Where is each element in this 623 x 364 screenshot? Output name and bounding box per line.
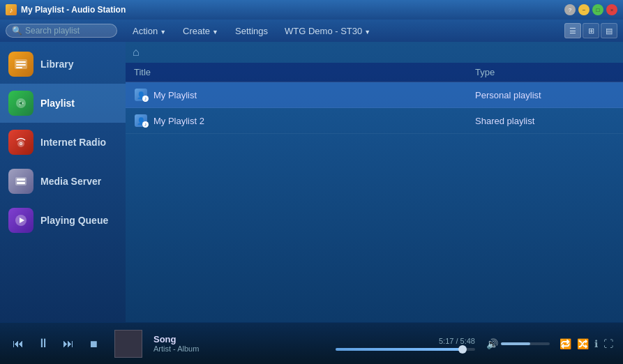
playlist-type-icon: 👤: [135, 89, 147, 101]
progress-fill: [336, 348, 463, 351]
menubar: 🔍 Action▼ Create▼ Settings WTG Demo - ST…: [0, 20, 623, 42]
pause-button[interactable]: ⏸: [33, 334, 53, 354]
playlist-row-icon: 👤: [134, 88, 148, 102]
svg-rect-10: [15, 177, 27, 185]
mediaserver-icon: [8, 169, 33, 194]
player: ⏮ ⏸ ⏭ ⏹ Song Artist - Album 5:17 / 5:48 …: [0, 322, 623, 364]
song-title: Song: [153, 334, 237, 344]
svg-rect-2: [16, 64, 26, 66]
grid-view-button[interactable]: ⊞: [583, 23, 599, 38]
sidebar-item-library[interactable]: Library: [0, 45, 126, 84]
playqueue-icon: [8, 208, 33, 233]
titlebar-left: ♪ My Playlist - Audio Station: [6, 4, 126, 15]
repeat-button[interactable]: 🔁: [558, 337, 573, 351]
svg-rect-1: [16, 61, 26, 63]
library-label: Library: [40, 59, 73, 70]
playqueue-label: Playing Queue: [40, 215, 108, 226]
volume-fill: [501, 342, 530, 345]
svg-point-6: [20, 102, 22, 105]
volume-icon[interactable]: 🔊: [486, 338, 498, 349]
row-type: Shared playlist: [475, 116, 615, 126]
minimize-button[interactable]: −: [578, 4, 590, 15]
search-box[interactable]: 🔍: [6, 24, 117, 38]
sidebar-item-internet-radio[interactable]: Internet Radio: [0, 123, 126, 162]
progress-thumb: [458, 345, 467, 354]
create-menu[interactable]: Create▼: [176, 23, 225, 39]
row-type: Personal playlist: [475, 90, 615, 100]
col-type-header: Type: [475, 67, 615, 77]
volume-bar[interactable]: [501, 342, 550, 345]
list-view-button[interactable]: ☰: [564, 23, 581, 38]
sidebar-item-media-server[interactable]: Media Server: [0, 162, 126, 201]
view-buttons: ☰ ⊞ ▤: [564, 23, 617, 38]
table-row[interactable]: 👤 My Playlist Personal playlist: [126, 82, 623, 108]
col-title-header: Title: [134, 67, 475, 77]
titlebar-controls: ? − □ ×: [564, 4, 617, 15]
next-button[interactable]: ⏭: [59, 334, 78, 354]
main-area: Library Playlist Internet R: [0, 42, 623, 322]
info-button[interactable]: ℹ: [593, 337, 599, 351]
volume-section: 🔊: [486, 338, 550, 349]
detail-view-button[interactable]: ▤: [601, 23, 617, 38]
row-title: My Playlist: [153, 90, 197, 100]
radio-label: Internet Radio: [40, 137, 106, 148]
settings-menu[interactable]: Settings: [228, 23, 275, 39]
playlist-icon: [8, 91, 33, 116]
progress-bar[interactable]: [336, 348, 475, 351]
window-title: My Playlist - Audio Station: [21, 5, 126, 15]
progress-section: 5:17 / 5:48: [336, 337, 475, 351]
search-icon: 🔍: [12, 26, 22, 36]
playlist-label: Playlist: [40, 98, 75, 109]
action-menu[interactable]: Action▼: [126, 23, 173, 39]
library-icon: [8, 52, 33, 77]
titlebar: ♪ My Playlist - Audio Station ? − □ ×: [0, 0, 623, 20]
playlist-type-icon: 👤: [135, 114, 147, 127]
row-title: My Playlist 2: [153, 116, 204, 126]
radio-icon: [8, 130, 33, 155]
song-artist: Artist - Album: [153, 344, 237, 353]
help-button[interactable]: ?: [564, 4, 576, 15]
svg-rect-3: [16, 67, 22, 68]
breadcrumb-bar: ⌂: [126, 42, 623, 63]
time-display: 5:17 / 5:48: [439, 337, 475, 345]
svg-point-9: [20, 143, 22, 144]
svg-rect-11: [17, 179, 25, 181]
shuffle-button[interactable]: 🔀: [576, 337, 590, 351]
extra-buttons: 🔁 🔀 ℹ ⛶: [558, 337, 615, 351]
time-separator: /: [453, 337, 460, 345]
close-button[interactable]: ×: [606, 4, 617, 15]
fullscreen-button[interactable]: ⛶: [602, 337, 615, 351]
content-area: ⌂ Title Type 👤 My Playlist Personal play…: [126, 42, 623, 322]
table-header: Title Type: [126, 63, 623, 82]
playlist-row-icon: 👤: [134, 114, 148, 128]
profile-menu[interactable]: WTG Demo - ST30▼: [278, 23, 377, 39]
stop-button[interactable]: ⏹: [84, 334, 103, 354]
table-rows: 👤 My Playlist Personal playlist 👤 My Pla…: [126, 82, 623, 134]
prev-button[interactable]: ⏮: [8, 334, 28, 354]
table-row[interactable]: 👤 My Playlist 2 Shared playlist: [126, 108, 623, 134]
time-total: 5:48: [460, 337, 475, 345]
time-current: 5:17: [439, 337, 453, 345]
home-icon[interactable]: ⌂: [133, 46, 140, 59]
album-art: [114, 330, 142, 358]
app-icon: ♪: [6, 4, 17, 15]
sidebar-item-playing-queue[interactable]: Playing Queue: [0, 201, 126, 240]
svg-rect-12: [17, 182, 25, 184]
maximize-button[interactable]: □: [592, 4, 603, 15]
sidebar-item-playlist[interactable]: Playlist: [0, 84, 126, 123]
search-input[interactable]: [25, 26, 109, 36]
mediaserver-label: Media Server: [40, 176, 101, 187]
sidebar: Library Playlist Internet R: [0, 42, 126, 322]
song-info: Song Artist - Album: [153, 334, 237, 353]
playlist-table: Title Type 👤 My Playlist Personal playli…: [126, 63, 623, 322]
